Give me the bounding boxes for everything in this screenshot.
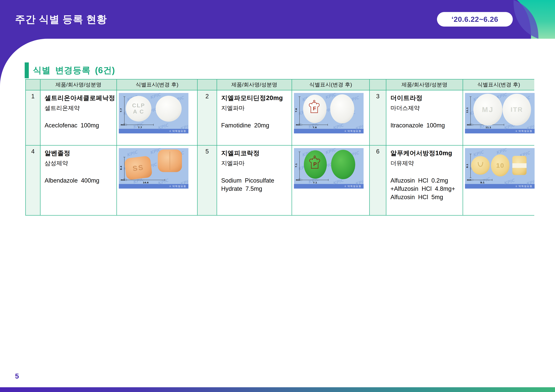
section-heading: 식별 변경등록 (6건) — [25, 63, 115, 78]
kpic-brand-label: 약학정보원 — [347, 130, 361, 132]
svg-text:F: F — [313, 106, 316, 111]
drug-ingredient: Sodium Picosulfate Hydrate 7.5mg — [221, 176, 290, 193]
date-range-badge: ‘20.6.22~6.26 — [437, 12, 513, 27]
kpic-brand-label: 약학정보원 — [518, 130, 532, 132]
header-num-cell — [26, 79, 40, 90]
drug-name: 알벤졸정 — [45, 149, 115, 157]
svg-text:P: P — [313, 161, 317, 167]
kpic-logo-icon: ♕ — [344, 185, 346, 187]
entry-pill-cell: KPICKPICKPICKPICKPICKPICKPICKPICKPIC 7.6… — [292, 90, 369, 145]
page-number: 5 — [15, 372, 19, 380]
kpic-logo-icon: ♕ — [169, 185, 171, 187]
drug-ingredient: Aceclofenac 100mg — [45, 121, 115, 129]
entry-pill-cell: KPICKPICKPICKPICKPICKPICKPICKPICKPIC 7.1… — [292, 146, 369, 215]
page-title: 주간 식별 등록 현황 — [15, 13, 107, 26]
svg-text:11.1: 11.1 — [466, 107, 468, 113]
entry-number: 6 — [370, 146, 386, 215]
pill-shapes: 10 — [471, 154, 526, 176]
svg-text:mm: mm — [467, 123, 472, 126]
drug-ingredient: Itraconazole 100mg — [390, 121, 461, 129]
kpic-logo-icon: ♕ — [169, 130, 171, 132]
entry-pill-cell: KPICKPICKPICKPICKPICKPICKPICKPICKPIC 8.1… — [463, 146, 534, 215]
entry-number: 2 — [197, 90, 217, 145]
header-mark-cell: 식별표시(변경 후) — [463, 79, 534, 90]
drug-ingredient: Albendazole 400mg — [45, 176, 115, 185]
kpic-brand-label: 약학정보원 — [172, 130, 186, 132]
drug-company: 지엘파마 — [221, 104, 290, 112]
kpic-logo-icon: ♕ — [344, 130, 346, 132]
entry-pill-cell: KPICKPICKPICKPICKPICKPICKPICKPICKPIC 7.7… — [117, 90, 197, 145]
identification-table: 제품/회사명/성분명 식별표시(변경 후) 제품/회사명/성분명 식별표시(변경… — [25, 79, 534, 216]
entry-product-info: 알벤졸정 삼성제약 Albendazole 400mg — [41, 146, 117, 215]
kpic-logo-icon: ♕ — [515, 185, 517, 187]
svg-text:8.1: 8.1 — [481, 181, 485, 184]
footer-gradient-bar — [0, 387, 555, 392]
svg-text:7.6: 7.6 — [295, 108, 297, 112]
content-area: 식별 변경등록 (6건) 제품/회사명/성분명 식별표시(변경 후) 제품/회사… — [0, 39, 555, 387]
entry-pill-cell: KPICKPICKPICKPICKPICKPICKPICKPICKPIC 8.4… — [117, 146, 197, 215]
header-mark-cell: 식별표시(변경 후) — [292, 79, 369, 90]
pill-image-1: KPICKPICKPICKPICKPICKPICKPICKPICKPIC 7.7… — [119, 93, 189, 133]
drug-name: 셀트리온아세클로페낙정 — [45, 93, 115, 102]
entry-product-info: 지엘파모티딘정20mg 지엘파마 Famotidine 20mg — [217, 90, 292, 145]
pill-image-4: KPICKPICKPICKPICKPICKPICKPICKPICKPIC 8.4… — [119, 148, 189, 189]
slide-page: 주간 식별 등록 현황 ‘20.6.22~6.26 식별 변경등록 (6건) 제… — [0, 0, 555, 392]
svg-text:7.7: 7.7 — [138, 126, 142, 129]
entry-product-info: 더이트라정 마더스제약 Itraconazole 100mg — [386, 90, 463, 145]
drug-name: 지엘피코락정 — [221, 149, 290, 157]
header-mark-cell: 식별표시(변경 후) — [117, 79, 197, 90]
drug-company: 셀트리온제약 — [45, 104, 115, 112]
entry-product-info: 지엘피코락정 지엘파마 Sodium Picosulfate Hydrate 7… — [217, 146, 292, 215]
drug-name: 지엘파모티딘정20mg — [221, 93, 290, 102]
pill-image-6: KPICKPICKPICKPICKPICKPICKPICKPICKPIC 8.1… — [465, 148, 535, 189]
drug-company: 마더스제약 — [390, 104, 461, 112]
drug-ingredient: Alfuzosin HCl 0.2mg +Alfuzosin HCl 4.8mg… — [390, 176, 461, 201]
header-product-cell: 제품/회사명/성분명 — [217, 79, 292, 90]
svg-text:mm: mm — [296, 178, 301, 181]
section-title: 식별 변경등록 (6건) — [33, 64, 115, 76]
svg-text:SS: SS — [132, 163, 145, 173]
svg-text:7.1: 7.1 — [313, 181, 317, 184]
svg-text:MJ: MJ — [482, 106, 494, 114]
pill-image-5: KPICKPICKPICKPICKPICKPICKPICKPICKPIC 7.1… — [294, 148, 364, 189]
kpic-brand-label: 약학정보원 — [518, 185, 532, 187]
entry-number: 4 — [26, 146, 40, 215]
svg-text:7.1: 7.1 — [295, 164, 297, 168]
header-product-cell: 제품/회사명/성분명 — [386, 79, 463, 90]
pill-image-2: KPICKPICKPICKPICKPICKPICKPICKPICKPIC 7.6… — [294, 93, 364, 133]
header-num-cell — [370, 79, 386, 90]
drug-company: 삼성제약 — [45, 159, 115, 167]
entry-number: 3 — [370, 90, 386, 145]
drug-company: 지엘파마 — [221, 159, 290, 167]
svg-text:A C: A C — [133, 108, 144, 114]
entry-product-info: 알푸케어서방정10mg 더유제약 Alfuzosin HCl 0.2mg +Al… — [386, 146, 463, 215]
header-num-cell — [197, 79, 217, 90]
kpic-brand-label: 약학정보원 — [172, 185, 186, 187]
drug-name: 더이트라정 — [390, 93, 461, 102]
drug-company: 더유제약 — [390, 159, 461, 167]
svg-text:14.6: 14.6 — [143, 181, 149, 184]
entry-number: 1 — [26, 90, 40, 145]
header-product-cell: 제품/회사명/성분명 — [41, 79, 117, 90]
svg-text:mm: mm — [121, 123, 126, 126]
entry-pill-cell: KPICKPICKPICKPICKPICKPICKPICKPICKPIC 11.… — [463, 90, 534, 145]
kpic-logo-icon: ♕ — [515, 130, 517, 132]
svg-text:7.7: 7.7 — [120, 108, 122, 112]
svg-text:mm: mm — [467, 178, 472, 181]
svg-text:mm: mm — [296, 123, 301, 126]
drug-name: 알푸케어서방정10mg — [390, 149, 461, 157]
entry-number: 5 — [197, 146, 217, 215]
svg-text:ITR: ITR — [511, 106, 523, 113]
svg-text:8.4: 8.4 — [120, 166, 122, 170]
svg-text:11.1: 11.1 — [486, 126, 491, 129]
svg-text:7.6: 7.6 — [313, 126, 317, 129]
pill-image-3: KPICKPICKPICKPICKPICKPICKPICKPICKPIC 11.… — [465, 93, 535, 133]
svg-text:8.1: 8.1 — [466, 164, 468, 168]
svg-text:10: 10 — [496, 162, 504, 169]
kpic-brand-label: 약학정보원 — [347, 185, 361, 187]
drug-ingredient: Famotidine 20mg — [221, 121, 290, 129]
svg-text:mm: mm — [121, 178, 126, 181]
section-accent-bar — [25, 63, 29, 78]
svg-text:CLP: CLP — [132, 102, 145, 108]
entry-product-info: 셀트리온아세클로페낙정 셀트리온제약 Aceclofenac 100mg — [41, 90, 117, 145]
